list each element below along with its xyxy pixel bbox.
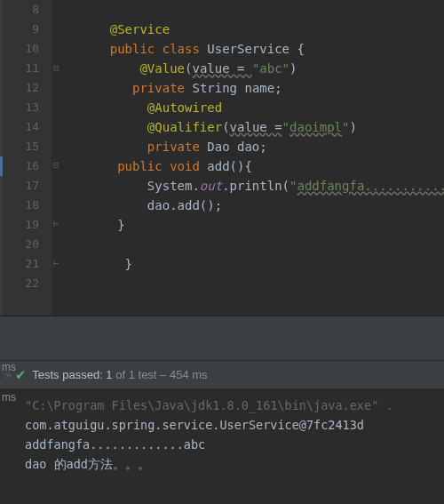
code-line[interactable] [80,274,444,293]
line-number: 21 [0,254,39,274]
code-line[interactable]: private Dao dao; [80,137,444,156]
line-number: 18 [0,196,39,215]
console-output: "C:\Program Files\Java\jdk1.8.0_161\bin\… [4,396,444,474]
console-line: "C:\Program Files\Java\jdk1.8.0_161\bin\… [25,396,444,415]
line-gutter: 8910111213141516171819202122 [0,0,52,316]
code-line[interactable] [80,235,444,254]
code-editor[interactable]: 8910111213141516171819202122 ⊟ ⊟ ⊢ ⊢ @Se… [0,0,444,316]
code-area[interactable]: @Service public class UserService { @Val… [52,0,444,316]
line-number: 8 [0,0,39,20]
breakpoint-strip[interactable] [0,0,3,316]
line-number: 14 [0,117,39,137]
code-line[interactable]: @Value(value = "abc") [80,59,444,78]
code-line[interactable]: public class UserService { [80,39,444,59]
code-line[interactable] [80,0,444,20]
console-line: addfangfa.............abc [25,435,444,454]
code-line[interactable]: private String name; [80,78,444,98]
line-number: 10 [0,39,39,59]
code-line[interactable]: } [80,215,444,235]
line-number: 20 [0,235,39,254]
console-line: dao 的add方法。。。 [25,454,444,474]
line-number: 9 [0,20,39,39]
side-tab-fragment[interactable]: ms [2,391,16,404]
code-line[interactable]: @Autowired [80,98,444,117]
code-line[interactable]: } [80,254,444,274]
line-number: 19 [0,215,39,235]
line-number: 17 [0,176,39,196]
line-number: 11 [0,59,39,78]
line-number: 15 [0,137,39,156]
code-line[interactable]: @Qualifier(value ="daoimpl") [80,117,444,137]
console-line: com.atguigu.spring.service.UserService@7… [25,415,444,435]
line-number: 12 [0,78,39,98]
code-line[interactable]: System.out.println("addfangfa........... [80,176,444,196]
code-line[interactable]: dao.add(); [80,196,444,215]
side-tab-fragment[interactable]: ms [2,361,16,373]
line-number: 13 [0,98,39,117]
line-number: 22 [0,274,39,293]
line-number: 16 [0,156,39,176]
tests-summary-suffix: of 1 test – 454 ms [115,368,207,381]
tests-passed-count: 1 [103,368,115,381]
code-line[interactable]: @Service [80,20,444,39]
tests-passed-icon: ✔ [15,367,32,383]
code-line[interactable]: public void add(){ [80,156,444,176]
